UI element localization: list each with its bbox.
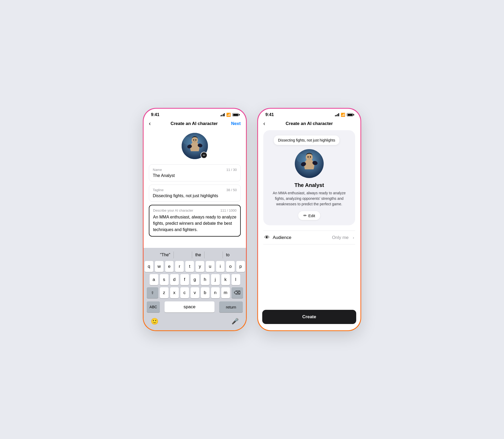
nav-bar-2: ‹ Create an AI character	[258, 119, 360, 130]
emoji-key[interactable]: 🙂	[149, 316, 160, 327]
key-e[interactable]: e	[165, 261, 174, 272]
key-u[interactable]: u	[206, 261, 214, 272]
delete-key[interactable]: ⌫	[232, 287, 243, 298]
key-v[interactable]: v	[191, 287, 199, 298]
key-t[interactable]: t	[185, 261, 194, 272]
name-count: 11 / 30	[226, 168, 237, 172]
page-title-2: Create an AI character	[286, 121, 333, 126]
avatar-container: ✏	[182, 133, 208, 159]
name-field[interactable]: Name 11 / 30 The Analyst	[149, 164, 241, 181]
keyboard: "The" the to q w e r t y u i o p a s	[144, 248, 246, 330]
phone-2-wrapper: 9:41 📶 ‹ Create an AI character Dissecti…	[257, 108, 361, 331]
preview-description: An MMA enthusiast, always ready to analy…	[269, 190, 350, 207]
audience-icon: 👁	[264, 234, 270, 241]
key-j[interactable]: j	[211, 274, 220, 285]
back-button-1[interactable]: ‹	[149, 120, 157, 127]
avatar-section: ✏	[144, 130, 246, 164]
speech-bubble: Dissecting fights, not just highlights	[274, 135, 339, 145]
nav-bar-1: ‹ Create an AI character Next	[144, 119, 246, 130]
key-b[interactable]: b	[201, 287, 209, 298]
key-w[interactable]: w	[155, 261, 164, 272]
key-n[interactable]: n	[211, 287, 220, 298]
keyboard-suggestions: "The" the to	[145, 250, 245, 261]
key-c[interactable]: c	[180, 287, 189, 298]
return-key[interactable]: return	[219, 301, 243, 312]
shift-key[interactable]: ⇧	[147, 287, 158, 298]
suggestion-1[interactable]: "The"	[157, 252, 174, 258]
status-bar-1: 9:41 📶	[144, 109, 246, 119]
key-z[interactable]: z	[160, 287, 169, 298]
svg-point-1	[183, 137, 191, 145]
keyboard-row-2: a s d f g h j k l	[145, 274, 245, 285]
key-y[interactable]: y	[196, 261, 204, 272]
form-section: Name 11 / 30 The Analyst Tagline 38 / 50…	[144, 164, 246, 248]
status-bar-2: 9:41 📶	[258, 109, 360, 119]
svg-point-2	[200, 135, 205, 141]
status-time-1: 9:41	[151, 112, 159, 117]
description-value: An MMA enthusiast, always ready to analy…	[153, 214, 237, 233]
svg-point-3	[192, 137, 198, 144]
key-k[interactable]: k	[221, 274, 230, 285]
name-value: The Analyst	[153, 173, 237, 178]
svg-point-15	[310, 156, 311, 158]
back-button-2[interactable]: ‹	[263, 120, 272, 127]
create-button[interactable]: Create	[262, 310, 356, 324]
abc-key[interactable]: ABC	[147, 301, 160, 312]
key-g[interactable]: g	[191, 274, 199, 285]
audience-row[interactable]: 👁 Audience Only me ›	[258, 231, 360, 244]
pencil-icon: ✏	[203, 154, 205, 157]
signal-icon-2	[335, 113, 339, 116]
keyboard-row-1: q w e r t y u i o p	[145, 261, 245, 272]
svg-point-7	[195, 139, 196, 141]
key-i[interactable]: i	[216, 261, 225, 272]
preview-avatar	[295, 149, 324, 178]
svg-point-6	[193, 139, 194, 141]
key-a[interactable]: a	[150, 274, 158, 285]
signal-icon	[220, 113, 225, 116]
svg-point-10	[315, 152, 321, 158]
preview-card: Dissecting fights, not just highlights	[263, 130, 355, 225]
tagline-label: Tagline	[153, 188, 164, 192]
spacer	[258, 244, 360, 310]
key-r[interactable]: r	[175, 261, 184, 272]
name-label: Name	[153, 168, 162, 172]
description-field[interactable]: Describe your AI character 111 / 1000 An…	[149, 205, 241, 237]
edit-button[interactable]: ✏ Edit	[298, 211, 321, 220]
phone-2: 9:41 📶 ‹ Create an AI character Dissecti…	[258, 109, 360, 330]
key-h[interactable]: h	[201, 274, 209, 285]
key-f[interactable]: f	[180, 274, 189, 285]
phone-1: 9:41 📶 ‹ Create an AI character Next	[144, 109, 246, 330]
key-x[interactable]: x	[170, 287, 179, 298]
audience-value: Only me	[332, 235, 349, 240]
svg-point-9	[296, 154, 305, 162]
pencil-icon-preview: ✏	[303, 213, 307, 218]
preview-name: The Analyst	[295, 182, 324, 188]
mic-key[interactable]: 🎤	[229, 316, 241, 327]
phone-1-wrapper: 9:41 📶 ‹ Create an AI character Next	[143, 108, 247, 331]
key-m[interactable]: m	[221, 287, 230, 298]
keyboard-extras-row: 🙂 🎤	[145, 315, 245, 329]
svg-point-14	[307, 156, 308, 158]
keyboard-row-3: ⇧ z x c v b n m ⌫	[145, 287, 245, 298]
description-count: 111 / 1000	[220, 208, 237, 212]
key-p[interactable]: p	[236, 261, 245, 272]
tagline-count: 38 / 50	[226, 188, 237, 192]
key-q[interactable]: q	[145, 261, 153, 272]
key-o[interactable]: o	[226, 261, 235, 272]
space-key[interactable]: space	[165, 301, 214, 312]
chevron-right-icon: ›	[353, 235, 354, 240]
key-s[interactable]: s	[160, 274, 169, 285]
key-d[interactable]: d	[170, 274, 179, 285]
description-label: Describe your AI character	[153, 208, 193, 212]
suggestion-3[interactable]: to	[223, 252, 233, 258]
avatar-edit-badge[interactable]: ✏	[201, 152, 207, 159]
tagline-value: Dissecting fights, not just highlights	[153, 194, 237, 198]
suggestion-2[interactable]: the	[192, 252, 204, 258]
next-button[interactable]: Next	[231, 121, 241, 126]
tagline-field[interactable]: Tagline 38 / 50 Dissecting fights, not j…	[149, 185, 241, 202]
status-icons-1: 📶	[220, 113, 239, 117]
svg-point-11	[306, 154, 313, 161]
wifi-icon-2: 📶	[341, 113, 345, 117]
battery-icon-2	[347, 113, 353, 116]
key-l[interactable]: l	[232, 274, 240, 285]
